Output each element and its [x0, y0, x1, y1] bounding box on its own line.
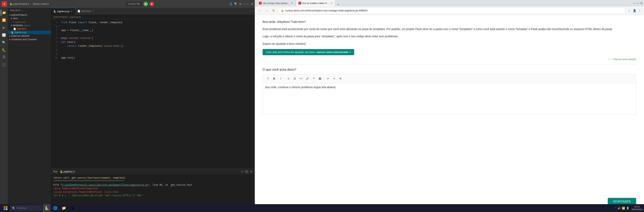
ide-close-icon[interactable]: ✕: [251, 2, 253, 6]
tab-close-1[interactable]: ✕: [291, 2, 293, 5]
browser-profile-icon[interactable]: 👤: [632, 8, 637, 13]
terminal-line: return self._get_source_fast(environment…: [53, 176, 252, 180]
ide-terminal-tab-run[interactable]: Run: [53, 170, 58, 173]
rte-content[interactable]: boa noite, continua o mesmo problema seg…: [262, 83, 636, 114]
taskbar-clock[interactable]: 20:21 09/07/2024: [632, 205, 642, 211]
forum-solution-hint[interactable]: Caso este post tenha lhe ajudado, por fa…: [262, 49, 354, 55]
rte-container: T B I ≡ ☰ <> 🔗 ❝ 🖼 ↩ ↪ 👁 boa noite, cont…: [262, 74, 636, 114]
ide-tabs-more[interactable]: ⋯: [248, 10, 255, 13]
ide-stop-button[interactable]: ■: [150, 2, 154, 6]
ide-tree-item[interactable]: ▾ templates ⚠ 1 ▴ 4: [8, 24, 51, 27]
rte-btn-italic[interactable]: I: [278, 76, 283, 81]
ide-tab-jogoteca[interactable]: 🐍 jogoteca.py ✕: [51, 8, 75, 15]
tab-close-icon[interactable]: ✕: [70, 10, 72, 13]
ide-search-icon[interactable]: 🔍: [234, 2, 238, 6]
rte-btn-image[interactable]: 🖼: [317, 76, 322, 81]
ide-menu-vcs[interactable]: Version control ▾: [31, 2, 50, 6]
rte-btn-blockquote[interactable]: ❝: [311, 76, 316, 81]
taskbar-app-explorer[interactable]: 📁: [60, 204, 68, 212]
ide-settings-icon[interactable]: ⚙: [239, 2, 242, 6]
svg-rect-2: [4, 208, 5, 210]
ide-activity-explorer[interactable]: 📁: [1, 10, 7, 16]
taskbar-app-icon-browser: 🌐: [53, 206, 58, 210]
ide-activity-extensions[interactable]: ⬜: [1, 32, 7, 38]
ide-terminal-stop[interactable]: ⬛: [245, 170, 248, 173]
ide-sidebar-arrow: ▾: [22, 10, 23, 12]
terminal-line: ^^^^^^^^^^^^^^^^^^^^^^^^^^^^^^^^^^^^^^^^…: [53, 180, 252, 183]
rte-btn-redo[interactable]: ↪: [332, 76, 337, 81]
browser-close-btn[interactable]: ✕: [640, 2, 642, 5]
browser-back-btn[interactable]: ←: [257, 8, 262, 13]
ide-terminal-tabs: Run 🐍 jogoteca ✕ ↺ ⬛ ⚙: [51, 169, 255, 174]
browser-tab-1[interactable]: não consigo rodar jogoteca.p... ✕: [256, 0, 296, 7]
browser-addressbar[interactable]: 🔒 cursos.alura.com.br/forum/topico-nao-c…: [278, 8, 626, 14]
ide-minimize-icon[interactable]: —: [243, 2, 246, 6]
ide-tree-item[interactable]: ▸ External Libraries: [8, 34, 51, 38]
tab-label-1: não consigo rodar jogoteca.p...: [263, 2, 290, 4]
browser-url[interactable]: cursos.alura.com.br/forum/topico-nao-con…: [285, 9, 623, 12]
ide-tree-item[interactable]: ▸ library root: [8, 20, 51, 24]
ide-terminal: Run 🐍 jogoteca ✕ ↺ ⬛ ⚙ return self._get_…: [51, 168, 255, 208]
breadcrumb-file: jogoteca.py: [70, 16, 81, 18]
ide-tab-lista[interactable]: 📄 lista.html ✕: [75, 8, 96, 15]
ide-tree-item[interactable]: 📄 lista.html: [8, 27, 51, 31]
rte-btn-ul[interactable]: ≡: [286, 76, 291, 81]
taskbar-tray-sound[interactable]: 🔊: [618, 207, 621, 210]
taskbar-tray-network[interactable]: 📶: [622, 207, 625, 210]
taskbar-search-input[interactable]: [16, 207, 40, 209]
taskbar-app-terminal[interactable]: 🖥: [68, 204, 76, 212]
rte-btn-text[interactable]: T: [265, 76, 271, 81]
ide-tree-item[interactable]: 🐍 jogoteca.py: [8, 31, 51, 34]
ide-terminal-restart[interactable]: ↺: [241, 170, 244, 173]
rte-divider-2: [324, 77, 324, 81]
ide-tree-item[interactable]: ▸ venv: [8, 17, 51, 20]
ide-activity-git[interactable]: 🔀: [1, 17, 7, 23]
rte-btn-preview[interactable]: 👁: [338, 76, 343, 81]
ide-code-content[interactable]: from flask import Flask, render_template…: [59, 19, 255, 168]
rte-btn-code[interactable]: <>: [298, 76, 304, 81]
secure-icon: 🔒: [281, 9, 284, 12]
taskbar-app-browser[interactable]: 🌐: [51, 204, 59, 212]
browser-more-icon[interactable]: ⋮: [638, 8, 642, 13]
ide-activity-run[interactable]: ▶: [1, 24, 7, 31]
browser-tab-2[interactable]: Erro ao instalar o flask | Flask - ... ✕: [296, 0, 335, 7]
taskbar-tray-chevron[interactable]: ^: [615, 207, 616, 210]
ide-activity-debug[interactable]: 🐛: [1, 47, 7, 53]
rte-btn-bold[interactable]: B: [272, 76, 277, 81]
taskbar-start-button[interactable]: [2, 204, 10, 212]
ide-maximize-icon[interactable]: □: [248, 2, 249, 6]
browser-minimize-btn[interactable]: —: [634, 2, 636, 5]
browser-star-icon[interactable]: ☆: [627, 8, 631, 13]
tab-close-2[interactable]: ✕: [330, 2, 332, 5]
ide-tree-item[interactable]: ▸ Scratches and Consoles: [8, 38, 51, 41]
tab-close-icon[interactable]: ✕: [92, 10, 94, 13]
browser-forward-btn[interactable]: →: [264, 8, 269, 13]
browser-new-tab-btn[interactable]: +: [336, 3, 341, 7]
ide-sidebar-header[interactable]: Project ▾: [8, 8, 51, 13]
respond-button[interactable]: RESPONDER: [608, 198, 636, 205]
taskbar-search[interactable]: 🔍: [10, 205, 42, 211]
browser-maximize-btn[interactable]: □: [637, 2, 639, 5]
ide-tree-item[interactable]: ▾ pythonProject1: [8, 13, 51, 17]
ide-person-icon[interactable]: 👤: [229, 2, 233, 6]
ide-activity-bar: 📁 🔀 ▶ ⬜ 🔍 🐛 🗄 ⬛: [0, 8, 8, 212]
ide-terminal-tab-jogoteca[interactable]: 🐍 jogoteca ✕: [60, 170, 75, 173]
browser-refresh-btn[interactable]: ↻: [271, 8, 276, 13]
forum-paragraph-1: Esse problema está acontecendo por conta…: [262, 27, 636, 32]
rte-btn-ol[interactable]: ☰: [292, 76, 298, 81]
ide-menu-project[interactable]: 🐍 pythonProject1 ▾: [8, 2, 31, 6]
ide-run-button[interactable]: ▶: [144, 2, 148, 6]
taskbar-app-ide[interactable]: 🐍: [43, 204, 50, 212]
forum-mark-solution[interactable]: ✓ ✓ Marcar como solução: [262, 58, 636, 61]
ide-code-editor[interactable]: 12345 678910 from flask import Flask, re…: [51, 19, 255, 168]
taskbar-tray-battery[interactable]: 🔋: [626, 207, 629, 210]
forum-hint-strong: marcar como solucionado ✓: [316, 51, 351, 54]
ide-activity-terminal[interactable]: ⬛: [1, 62, 7, 68]
ide-activity-database[interactable]: 🗄: [1, 54, 7, 61]
ide-activity-search[interactable]: 🔍: [1, 39, 7, 46]
file-icon: 🐍: [11, 31, 14, 34]
rte-btn-undo[interactable]: ↩: [325, 76, 330, 81]
rte-btn-link[interactable]: 🔗: [304, 76, 310, 81]
svg-rect-1: [6, 206, 8, 208]
ide-terminal-settings[interactable]: ⚙: [250, 170, 252, 173]
